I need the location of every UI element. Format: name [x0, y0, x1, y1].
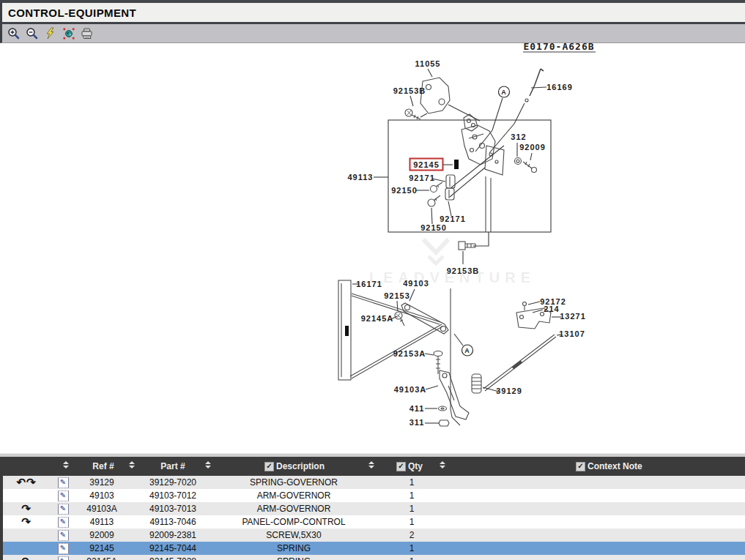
- sort-icon[interactable]: [440, 461, 445, 468]
- part-label-92153: 92153: [384, 291, 410, 300]
- part-label-16169: 16169: [546, 83, 573, 92]
- col-desc-header: ✓ Description: [264, 461, 325, 471]
- edit-note-icon[interactable]: ✎: [58, 477, 69, 488]
- part-label-92145A: 92145A: [361, 314, 394, 323]
- part-label-92171: 92171: [409, 173, 435, 182]
- edit-note-icon[interactable]: ✎: [58, 490, 69, 501]
- ref-cell: 92009: [76, 530, 127, 540]
- replacement-arrows-icon: ↷: [3, 556, 50, 560]
- part-label-312: 312: [511, 132, 526, 141]
- qty-cell: 1: [369, 490, 454, 501]
- part-label-92150: 92150: [420, 223, 447, 232]
- ref-cell: 49103A: [76, 504, 127, 514]
- print-icon[interactable]: [80, 26, 94, 40]
- ref-cell: 49113: [76, 517, 127, 527]
- part-label-92153B: 92153B: [393, 86, 426, 95]
- page-title: CONTROL-EQUIPMENT: [8, 7, 136, 19]
- part-label-92145[interactable]: 92145: [413, 160, 440, 169]
- table-row-39129[interactable]: ↶↷✎3912939129-7020SPRING-GOVERNOR1: [3, 476, 745, 489]
- figure-code: E0170-A626B: [523, 43, 594, 52]
- description-cell: SPRING: [218, 543, 369, 553]
- table-header: Ref # Part # ✓ Description ✓ Qty ✓ Conte…: [3, 457, 745, 476]
- part-number-cell: 92145-7044: [127, 543, 218, 553]
- sort-icon[interactable]: [368, 461, 374, 468]
- part-number-cell: 39129-7020: [127, 477, 218, 488]
- parts-table: Ref # Part # ✓ Description ✓ Qty ✓ Conte…: [0, 457, 745, 560]
- part-label-11055: 11055: [415, 59, 441, 68]
- description-cell: PANEL-COMP-CONTROL: [218, 517, 369, 527]
- part-label-214: 214: [544, 305, 559, 313]
- watermark: LEADVENTURE: [369, 239, 535, 285]
- part-label-311: 311: [409, 418, 425, 427]
- part-label-13107: 13107: [559, 329, 585, 338]
- part-label-13271: 13271: [560, 312, 586, 321]
- edit-note-icon[interactable]: ✎: [58, 530, 69, 541]
- part-label-92150: 92150: [391, 186, 418, 195]
- qty-cell: 1: [369, 477, 454, 488]
- qty-cell: 2: [369, 530, 454, 540]
- part-drawings: [338, 69, 561, 426]
- table-row-49103A[interactable]: ↷✎49103A49103-7013ARM-GOVERNOR1: [3, 502, 745, 515]
- table-row-92009[interactable]: ✎9200992009-2381SCREW,5X302: [3, 529, 745, 542]
- part-label-92009: 92009: [519, 143, 546, 152]
- ref-cell: 92145: [76, 543, 127, 553]
- description-cell: SCREW,5X30: [218, 530, 369, 540]
- part-label-92153B: 92153B: [447, 266, 480, 275]
- table-body: ↶↷✎3912939129-7020SPRING-GOVERNOR1✎49103…: [3, 476, 745, 560]
- ref-cell: 92145A: [76, 556, 127, 560]
- flash-icon[interactable]: [43, 26, 57, 40]
- replacement-arrows-icon: ↷: [3, 517, 50, 527]
- part-label-411: 411: [409, 404, 425, 413]
- table-row-92145A[interactable]: ↷✎92145A92145-7028SPRING1: [3, 555, 745, 560]
- qty-cell: 1: [369, 556, 454, 560]
- part-number-cell: 49113-7046: [127, 517, 218, 527]
- part-label-49113: 49113: [348, 173, 374, 182]
- ref-cell: 49103: [76, 490, 127, 501]
- part-label-16171: 16171: [356, 280, 382, 288]
- col-qty-header: ✓ Qty: [396, 461, 423, 471]
- col-note-header: ✓ Context Note: [576, 461, 642, 471]
- part-number-cell: 49103-7013: [127, 504, 218, 514]
- hotspots-icon[interactable]: [62, 26, 75, 40]
- exploded-diagram[interactable]: LEADVENTURE E0170-A626B: [0, 43, 745, 453]
- part-label-A: A: [464, 347, 470, 354]
- description-cell: ARM-GOVERNOR: [218, 504, 369, 514]
- part-label-92171: 92171: [440, 214, 466, 223]
- ref-cell: 39129: [76, 477, 127, 488]
- part-number-cell: 92145-7028: [127, 556, 218, 560]
- edit-note-icon[interactable]: ✎: [58, 504, 69, 515]
- qty-checkbox[interactable]: ✓: [396, 462, 406, 471]
- edit-note-icon[interactable]: ✎: [58, 517, 69, 528]
- part-label-49103: 49103: [403, 279, 429, 288]
- edit-note-icon[interactable]: ✎: [58, 556, 69, 560]
- description-cell: SPRING: [218, 556, 369, 560]
- qty-cell: 1: [369, 517, 454, 527]
- title-bar: CONTROL-EQUIPMENT: [0, 3, 745, 22]
- col-ref-header[interactable]: Ref #: [79, 461, 127, 471]
- qty-cell: 1: [369, 504, 454, 514]
- context-note-checkbox[interactable]: ✓: [576, 462, 585, 471]
- toolbar: [0, 24, 745, 43]
- table-row-49103[interactable]: ✎4910349103-7012ARM-GOVERNOR1: [3, 489, 745, 502]
- replacement-arrows-icon: ↶↷: [3, 477, 50, 488]
- edit-note-icon[interactable]: ✎: [58, 543, 69, 554]
- description-cell: SPRING-GOVERNOR: [218, 477, 369, 488]
- qty-cell: 1: [369, 543, 454, 553]
- zoom-out-icon[interactable]: [25, 26, 39, 40]
- part-label-92153A: 92153A: [393, 349, 426, 358]
- part-number-cell: 49103-7012: [127, 490, 218, 501]
- table-row-92145[interactable]: ✎9214592145-7044SPRING1: [3, 542, 745, 555]
- part-label-39129: 39129: [496, 387, 522, 395]
- table-row-49113[interactable]: ↷✎4911349113-7046PANEL-COMP-CONTROL1: [3, 515, 745, 529]
- sort-icon[interactable]: [63, 461, 69, 468]
- part-label-A: A: [501, 89, 507, 96]
- description-checkbox[interactable]: ✓: [264, 462, 274, 471]
- zoom-in-icon[interactable]: [7, 26, 21, 40]
- part-number-cell: 92009-2381: [127, 530, 218, 540]
- description-cell: ARM-GOVERNOR: [218, 490, 369, 501]
- parts-catalog-window: CONTROL-EQUIPMENT: [0, 0, 745, 560]
- part-label-49103A: 49103A: [394, 385, 427, 394]
- diagram-canvas: LEADVENTURE E0170-A626B: [0, 43, 745, 453]
- sort-icon[interactable]: [205, 461, 211, 468]
- replacement-arrows-icon: ↷: [3, 504, 50, 514]
